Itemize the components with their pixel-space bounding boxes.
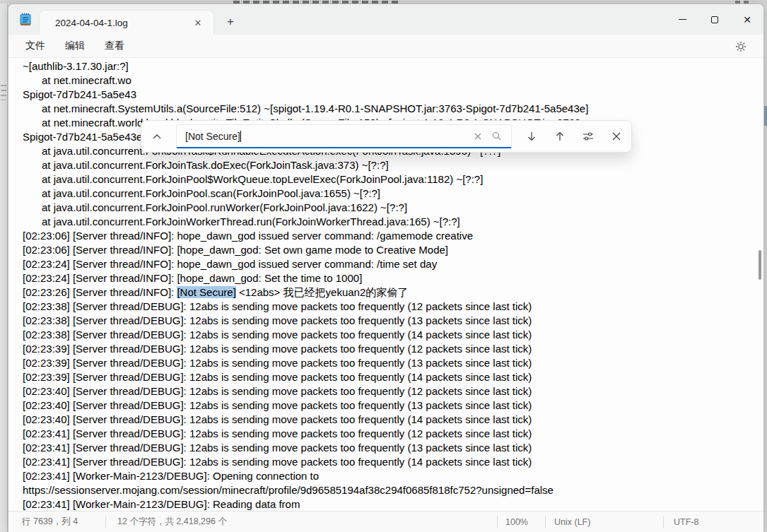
clear-search-button[interactable] [469, 127, 487, 146]
encoding-indicator[interactable]: UTF-8 [674, 512, 698, 532]
maximize-icon [711, 16, 718, 23]
minimize-button[interactable] [666, 4, 698, 35]
close-icon [612, 132, 621, 141]
log-line: ~[authlib-3.17.30.jar:?] [23, 59, 758, 73]
gear-icon [735, 41, 746, 52]
text-editor[interactable]: ~[authlib-3.17.30.jar:?]at net.minecraft… [8, 58, 763, 511]
log-line: [02:23:24] [Server thread/INFO]: [hope_d… [23, 271, 758, 285]
expand-replace-button[interactable] [146, 125, 168, 148]
search-icon [492, 131, 501, 141]
settings-button[interactable] [731, 37, 751, 57]
log-line: [02:23:41] [Worker-Main-2123/DEBUG]: Rea… [23, 497, 758, 511]
menu-file[interactable]: 文件 [17, 37, 54, 55]
chevron-up-icon [153, 134, 161, 139]
tab-title: 2024-04-04-1.log [55, 18, 189, 28]
background-window-accent [764, 106, 767, 126]
log-line: [02:23:41] [Server thread/DEBUG]: 12abs … [23, 427, 758, 441]
minimize-icon [679, 19, 686, 20]
log-line: at net.minecraft.SystemUtils.a(SourceFil… [23, 102, 758, 116]
character-count: 12 个字符，共 2,418,296 个 [117, 512, 227, 532]
menu-view[interactable]: 查看 [96, 37, 133, 55]
log-line: https://sessionserver.mojang.com/session… [23, 483, 758, 497]
log-line: [02:23:39] [Server thread/DEBUG]: 12abs … [23, 342, 758, 356]
log-line: [02:23:06] [Server thread/INFO]: hope_da… [23, 229, 758, 243]
log-line: [02:23:39] [Server thread/DEBUG]: 12abs … [23, 370, 758, 384]
close-icon: ✕ [743, 15, 751, 25]
menu-bar: 文件 编辑 查看 [8, 35, 763, 58]
log-line: [02:23:38] [Server thread/DEBUG]: 12abs … [23, 328, 758, 342]
search-input[interactable]: [Not Secure] [176, 124, 512, 148]
log-line: [02:23:38] [Server thread/DEBUG]: 12abs … [23, 300, 758, 314]
statusbar-separator [663, 516, 664, 528]
log-line: [02:23:40] [Server thread/DEBUG]: 12abs … [23, 398, 758, 413]
log-line: [02:23:38] [Server thread/DEBUG]: 12abs … [23, 314, 758, 328]
log-line: at java.util.concurrent.ForkJoinPool.sca… [23, 187, 758, 201]
maximize-button[interactable] [698, 4, 731, 35]
clear-icon [474, 133, 481, 140]
find-next-button[interactable] [520, 125, 543, 148]
new-tab-button[interactable]: + [221, 12, 240, 32]
title-bar[interactable]: 2024-04-04-1.log ✕ + ✕ [8, 4, 763, 35]
window-controls: ✕ [666, 4, 763, 35]
log-line: Spigot-7d7b241-5a5e43 [23, 88, 758, 102]
search-options-button[interactable] [577, 125, 599, 148]
log-line: [02:23:26] [Server thread/INFO]: [Not Se… [23, 285, 758, 300]
log-line: [02:23:40] [Server thread/DEBUG]: 12abs … [23, 384, 758, 398]
arrow-up-icon [556, 131, 564, 141]
text-caret [240, 131, 241, 142]
log-line: at java.util.concurrent.ForkJoinPool$Wor… [23, 172, 758, 187]
zoom-level[interactable]: 100% [505, 512, 528, 532]
log-line: at java.util.concurrent.ForkJoinPool.run… [23, 201, 758, 215]
background-window-edge [0, 4, 8, 532]
tab-current-file[interactable]: 2024-04-04-1.log ✕ [40, 11, 213, 35]
log-line: [02:23:41] [Server thread/DEBUG]: 12abs … [23, 441, 758, 455]
menu-edit[interactable]: 编辑 [57, 37, 93, 55]
filter-options-icon [582, 131, 594, 141]
log-line: [02:23:41] [Server thread/DEBUG]: 12abs … [23, 455, 758, 469]
find-bar: [Not Secure] [141, 120, 632, 153]
close-button[interactable]: ✕ [731, 4, 763, 35]
line-ending-indicator[interactable]: Unix (LF) [554, 512, 590, 532]
close-find-button[interactable] [605, 125, 628, 148]
log-line: [02:23:06] [Server thread/INFO]: [hope_d… [23, 243, 758, 257]
log-line: [02:23:41] [Worker-Main-2123/DEBUG]: Ope… [23, 469, 758, 483]
notepad-app-icon [18, 12, 33, 28]
log-line: [02:23:39] [Server thread/DEBUG]: 12abs … [23, 356, 758, 370]
statusbar-separator [497, 516, 498, 528]
search-query-text: [Not Secure] [185, 131, 469, 142]
cursor-position: 行 7639，列 4 [22, 512, 78, 532]
tab-close-button[interactable]: ✕ [189, 14, 206, 31]
log-line: [02:23:40] [Server thread/DEBUG]: 12abs … [23, 413, 758, 427]
log-line: at java.util.concurrent.ForkJoinTask.doE… [23, 158, 758, 172]
background-window-text-fragment [1, 85, 6, 100]
statusbar-separator [105, 516, 106, 528]
arrow-down-icon [527, 131, 536, 141]
log-line: at net.minecraft.wo [23, 73, 758, 88]
notepad-window: 2024-04-04-1.log ✕ + ✕ 文件 编辑 查看 [8, 4, 764, 532]
vertical-scrollbar-thumb[interactable] [759, 250, 761, 280]
find-previous-button[interactable] [549, 125, 571, 148]
statusbar-separator [545, 516, 546, 528]
log-line: at java.util.concurrent.ForkJoinWorkerTh… [23, 215, 758, 229]
status-bar: 行 7639，列 4 12 个字符，共 2,418,296 个 100% Uni… [8, 511, 763, 532]
search-submit-button[interactable] [487, 127, 505, 146]
log-line: [02:23:24] [Server thread/INFO]: hope_da… [23, 257, 758, 271]
